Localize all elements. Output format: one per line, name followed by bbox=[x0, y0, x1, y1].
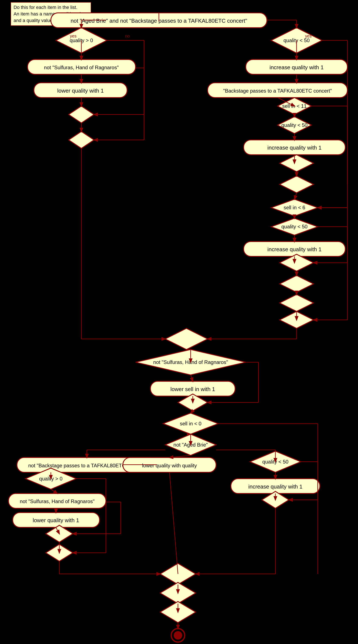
svg-line-112 bbox=[191, 375, 193, 381]
svg-text:"Backstage passes to a TAFKAL8: "Backstage passes to a TAFKAL80ETC conce… bbox=[223, 88, 332, 94]
svg-text:sell in < 6: sell in < 6 bbox=[284, 205, 305, 210]
svg-line-121 bbox=[51, 489, 57, 494]
svg-text:sell in < 0: sell in < 0 bbox=[180, 421, 201, 426]
svg-point-65 bbox=[174, 631, 182, 640]
svg-marker-32 bbox=[280, 294, 313, 312]
svg-marker-23 bbox=[280, 176, 313, 193]
svg-text:no: no bbox=[125, 34, 130, 38]
svg-text:lower quality with 1: lower quality with 1 bbox=[57, 88, 104, 94]
svg-text:increase quality with 1: increase quality with 1 bbox=[267, 246, 321, 252]
svg-marker-9 bbox=[69, 132, 94, 148]
svg-text:increase quality with 1: increase quality with 1 bbox=[267, 144, 321, 151]
svg-marker-34 bbox=[165, 328, 208, 350]
svg-line-114 bbox=[191, 411, 193, 413]
svg-line-82 bbox=[294, 193, 296, 199]
svg-marker-22 bbox=[280, 155, 313, 172]
svg-text:yes: yes bbox=[70, 34, 77, 38]
svg-marker-31 bbox=[280, 276, 313, 292]
svg-marker-8 bbox=[69, 106, 94, 123]
svg-line-139 bbox=[170, 472, 178, 574]
svg-text:lower sell in with 1: lower sell in with 1 bbox=[170, 386, 215, 392]
svg-text:yes: yes bbox=[305, 34, 311, 38]
svg-text:increase quality with 1: increase quality with 1 bbox=[269, 64, 324, 70]
svg-text:lower quality with quality: lower quality with quality bbox=[142, 463, 197, 468]
svg-text:not "Sulfuras, Hand of Ragnaro: not "Sulfuras, Hand of Ragnaros" bbox=[44, 64, 119, 70]
svg-text:not "Sulfuras, Hand of Ragnaro: not "Sulfuras, Hand of Ragnaros" bbox=[20, 498, 95, 504]
svg-text:quality < 50: quality < 50 bbox=[281, 122, 307, 128]
svg-text:quality < 50: quality < 50 bbox=[281, 224, 307, 230]
svg-text:lower quality with 1: lower quality with 1 bbox=[33, 517, 79, 524]
svg-text:increase quality with 1: increase quality with 1 bbox=[248, 484, 302, 490]
